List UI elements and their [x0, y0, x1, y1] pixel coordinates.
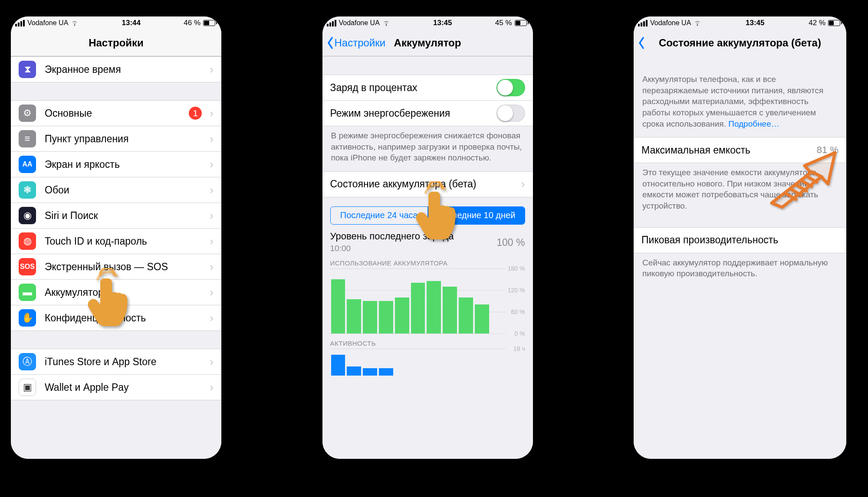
wifi-icon — [382, 20, 390, 26]
status-time: 13:45 — [746, 19, 764, 27]
last-charge-label: Уровень последнего заряда — [330, 231, 493, 242]
signal-icon — [638, 20, 648, 26]
page-title: Настройки — [11, 37, 221, 49]
usage-bar — [475, 304, 489, 334]
screen-settings: Vodafone UA 13:44 46 % Настройки ⧗Экранн… — [11, 16, 221, 459]
row-label: Максимальная емкость — [641, 144, 809, 156]
nav-bar: Состояние аккумулятора (бета) — [634, 29, 846, 56]
row-label: Siri и Поиск — [45, 210, 202, 222]
capacity-value: 81 % — [817, 144, 838, 156]
back-button[interactable]: Настройки — [327, 37, 386, 49]
health-content[interactable]: Аккумуляторы телефона, как и все перезар… — [634, 56, 846, 459]
settings-row-appstore[interactable]: ⒶiTunes Store и App Store› — [11, 349, 221, 375]
battery-icon: ▬ — [19, 284, 36, 301]
segment-10d[interactable]: Последние 10 дней — [427, 207, 525, 224]
status-bar: Vodafone UA 13:45 45 % — [322, 16, 533, 29]
carrier-label: Vodafone UA — [339, 19, 380, 27]
flower-icon: ❃ — [19, 181, 36, 199]
hand-icon: ✋ — [19, 309, 36, 327]
usage-bar — [395, 298, 409, 334]
usage-chart: 0 %60 %120 %180 % — [330, 268, 525, 334]
signal-icon — [15, 20, 25, 26]
activity-bar — [363, 368, 377, 376]
learn-more-link[interactable]: Подробнее… — [728, 119, 779, 128]
toggle-label: Заряд в процентах — [330, 82, 489, 94]
usage-bar — [427, 281, 441, 334]
settings-row-battery[interactable]: ▬Аккумулятор› — [11, 279, 221, 305]
status-time: 13:44 — [122, 19, 141, 27]
peak-performance-row: Пиковая производительность — [634, 227, 846, 253]
screen-battery: Vodafone UA 13:45 45 % Настройки Аккумул… — [322, 16, 533, 459]
status-time: 13:45 — [433, 19, 452, 27]
chevron-right-icon: › — [210, 132, 214, 146]
segment-24h[interactable]: Последние 24 часа — [331, 207, 428, 224]
row-label: Экранное время — [45, 64, 202, 75]
settings-row-hand[interactable]: ✋Конфиденциальность› — [11, 305, 221, 331]
SOS-icon: SOS — [19, 258, 36, 275]
settings-row-hourglass[interactable]: ⧗Экранное время› — [11, 56, 221, 82]
carrier-label: Vodafone UA — [27, 19, 68, 27]
row-label: Основные — [45, 108, 181, 119]
row-label: Пиковая производительность — [641, 234, 838, 246]
appstore-icon: Ⓐ — [19, 353, 36, 370]
wifi-icon — [71, 20, 79, 26]
wallet-icon: ▣ — [19, 379, 36, 396]
settings-row-finger[interactable]: ◍Touch ID и код-пароль› — [11, 228, 221, 254]
settings-row-siri[interactable]: ◉Siri и Поиск› — [11, 203, 221, 229]
settings-list[interactable]: ⧗Экранное время›⚙︎Основные1›≡Пункт управ… — [11, 56, 221, 459]
capacity-note: Это текущее значение емкости аккумулятор… — [634, 163, 846, 218]
status-bar: Vodafone UA 13:45 42 % — [634, 16, 846, 29]
screen-battery-health: Vodafone UA 13:45 42 % Состояние аккумул… — [634, 16, 846, 459]
switch[interactable] — [496, 105, 525, 122]
toggle-battery-percentage[interactable]: Заряд в процентах — [322, 75, 533, 101]
chevron-right-icon: › — [210, 381, 214, 394]
AA-icon: AA — [19, 156, 36, 173]
settings-row-SOS[interactable]: SOSЭкстренный вызов — SOS› — [11, 254, 221, 280]
settings-row-gear[interactable]: ⚙︎Основные1› — [11, 100, 221, 126]
max-capacity-row: Максимальная емкость 81 % — [634, 137, 846, 163]
battery-icon — [515, 20, 529, 26]
time-range-segmented[interactable]: Последние 24 часа Последние 10 дней — [330, 206, 525, 225]
activity-chart: 18 ч — [330, 349, 525, 376]
chevron-right-icon: › — [210, 260, 214, 274]
battery-percentage: 42 % — [809, 19, 825, 27]
usage-bar — [363, 301, 377, 334]
page-title: Состояние аккумулятора (бета) — [634, 37, 846, 49]
chevron-right-icon: › — [210, 183, 214, 197]
row-label: Состояние аккумулятора (бета) — [330, 178, 513, 190]
toggle-low-power[interactable]: Режим энергосбережения — [322, 100, 533, 126]
low-power-note: В режиме энергосбережения снижается фоно… — [322, 126, 533, 171]
settings-row-AA[interactable]: AAЭкран и яркость› — [11, 151, 221, 177]
sliders-icon: ≡ — [19, 130, 36, 147]
last-charge-time: 10:00 — [330, 244, 493, 253]
chevron-right-icon: › — [210, 158, 214, 171]
usage-bar — [443, 287, 457, 334]
signal-icon — [327, 20, 336, 26]
back-label: Настройки — [335, 37, 386, 49]
row-label: Аккумулятор — [45, 287, 202, 298]
wifi-icon — [694, 20, 701, 26]
battery-percentage: 45 % — [495, 19, 512, 27]
battery-health-row[interactable]: Состояние аккумулятора (бета) › — [322, 171, 533, 197]
back-button[interactable] — [638, 37, 645, 49]
activity-bar — [331, 355, 345, 376]
toggle-label: Режим энергосбережения — [330, 108, 489, 119]
usage-bar — [459, 298, 473, 334]
battery-icon — [828, 20, 842, 26]
finger-icon: ◍ — [19, 232, 36, 250]
usage-bar — [331, 279, 345, 334]
battery-percentage: 46 % — [184, 19, 201, 27]
nav-bar: Настройки Аккумулятор — [322, 29, 533, 56]
row-label: Обои — [45, 184, 202, 196]
chevron-left-icon — [638, 37, 645, 49]
status-bar: Vodafone UA 13:44 46 % — [11, 16, 221, 29]
activity-caption: АКТИВНОСТЬ — [322, 334, 533, 349]
chevron-right-icon: › — [210, 355, 214, 369]
battery-content[interactable]: Заряд в процентах Режим энергосбережения… — [322, 56, 533, 459]
settings-row-flower[interactable]: ❃Обои› — [11, 177, 221, 203]
settings-row-sliders[interactable]: ≡Пункт управления› — [11, 126, 221, 152]
settings-row-wallet[interactable]: ▣Wallet и Apple Pay› — [11, 374, 221, 400]
chevron-right-icon: › — [210, 235, 214, 248]
row-label: Touch ID и код-пароль — [45, 235, 202, 247]
switch[interactable] — [496, 79, 525, 96]
